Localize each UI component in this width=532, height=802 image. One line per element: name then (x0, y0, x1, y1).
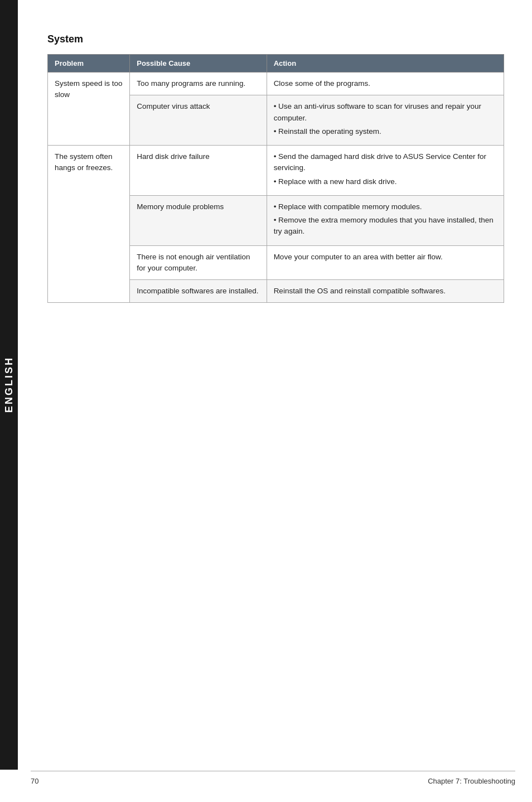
action-cell: Use an anti-virus software to scan for v… (267, 95, 504, 146)
cause-cell: Too many programs are running. (130, 73, 267, 95)
action-list-item: Use an anti-virus software to scan for v… (274, 101, 497, 124)
action-cell: Move your computer to an area with bette… (267, 245, 504, 280)
cause-cell: Incompatible softwares are installed. (130, 280, 267, 303)
action-list-item: Replace with compatible memory modules. (274, 201, 497, 212)
action-list-item: Reinstall the operating system. (274, 126, 497, 137)
action-cell: Reinstall the OS and reinstall compatibl… (267, 280, 504, 303)
problem-cell: System speed is too slow (48, 73, 130, 146)
footer-chapter: Chapter 7: Troubleshooting (428, 777, 515, 785)
troubleshooting-table: Problem Possible Cause Action System spe… (47, 54, 504, 303)
footer: 70 Chapter 7: Troubleshooting (31, 771, 515, 785)
main-content: System Problem Possible Cause Action Sys… (31, 0, 532, 336)
header-problem: Problem (48, 55, 130, 73)
action-cell: Close some of the programs. (267, 73, 504, 95)
table-row: System speed is too slowToo many program… (48, 73, 504, 95)
cause-cell: Computer virus attack (130, 95, 267, 146)
side-tab: ENGLISH (0, 0, 18, 770)
action-cell: Replace with compatible memory modules.R… (267, 195, 504, 245)
problem-cell: The system often hangs or freezes. (48, 146, 130, 303)
action-list-item: Replace with a new hard disk drive. (274, 176, 497, 187)
action-list-item: Send the damaged hard disk drive to ASUS… (274, 151, 497, 174)
action-list-item: Remove the extra memory modules that you… (274, 215, 497, 238)
cause-cell: Hard disk drive failure (130, 146, 267, 196)
side-tab-label: ENGLISH (3, 356, 15, 413)
action-cell: Send the damaged hard disk drive to ASUS… (267, 146, 504, 196)
header-possible-cause: Possible Cause (130, 55, 267, 73)
footer-page-number: 70 (31, 777, 38, 785)
table-row: The system often hangs or freezes.Hard d… (48, 146, 504, 196)
header-action: Action (267, 55, 504, 73)
cause-cell: Memory module problems (130, 195, 267, 245)
cause-cell: There is not enough air ventilation for … (130, 245, 267, 280)
section-title: System (47, 33, 504, 45)
